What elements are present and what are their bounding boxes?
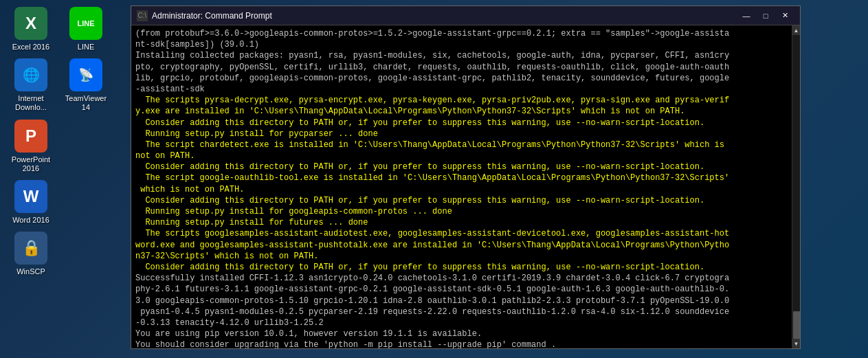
cmd-window-title: Administrator: Command Prompt [152, 11, 272, 21]
scrollbar-thumb[interactable] [793, 311, 800, 339]
idm-label: InternetDownlo... [15, 94, 47, 112]
scroll-down-arrow[interactable]: ▼ [792, 339, 801, 348]
scroll-up-arrow[interactable]: ▲ [792, 25, 801, 35]
scrollbar-track [792, 35, 800, 339]
idm-icon-item[interactable]: 🌐 InternetDownlo... [7, 58, 55, 112]
powerpoint-icon: P [14, 120, 47, 153]
idm-icon: 🌐 [14, 58, 47, 91]
cmd-output[interactable]: (from protobuf>=3.6.0->googleapis-common… [131, 25, 792, 348]
winscp-label: WinSCP [16, 267, 45, 276]
excel-label: Excel 2016 [12, 43, 49, 52]
cmd-content: (from protobuf>=3.6.0->googleapis-common… [131, 25, 800, 348]
cmd-output-text: (from protobuf>=3.6.0->googleapis-common… [135, 29, 729, 348]
line-icon-item[interactable]: LINE LINE [62, 7, 110, 52]
teamviewer-icon-item[interactable]: 📡 TeamViewer14 [62, 58, 110, 112]
word-icon-item[interactable]: W Word 2016 [7, 180, 55, 225]
powerpoint-label: PowerPoint2016 [12, 155, 50, 173]
close-button[interactable]: ✕ [775, 9, 794, 23]
line-icon: LINE [69, 7, 102, 40]
line-label: LINE [78, 43, 94, 52]
minimize-button[interactable]: — [737, 9, 756, 23]
teamviewer-icon: 📡 [69, 58, 102, 91]
powerpoint-icon-item[interactable]: P PowerPoint2016 [7, 120, 55, 173]
excel-icon: X [14, 7, 47, 40]
cmd-titlebar: C:\ Administrator: Command Prompt — □ ✕ [131, 6, 800, 25]
maximize-button[interactable]: □ [756, 9, 775, 23]
desktop-icon-area: X Excel 2016 LINE LINE 🌐 InternetDownlo.… [0, 0, 117, 283]
scrollbar[interactable]: ▲ ▼ [792, 25, 800, 348]
cmd-app-icon: C:\ [137, 10, 148, 21]
winscp-icon: 🔒 [14, 232, 47, 265]
winscp-icon-item[interactable]: 🔒 WinSCP [7, 232, 55, 276]
desktop: X Excel 2016 LINE LINE 🌐 InternetDownlo.… [0, 0, 868, 358]
word-icon: W [14, 180, 47, 213]
word-label: Word 2016 [12, 216, 49, 225]
cmd-window: C:\ Administrator: Command Prompt — □ ✕ … [131, 5, 801, 349]
excel-icon-item[interactable]: X Excel 2016 [7, 7, 55, 52]
window-controls: — □ ✕ [737, 9, 794, 23]
titlebar-left: C:\ Administrator: Command Prompt [137, 10, 272, 21]
teamviewer-label: TeamViewer14 [65, 94, 107, 112]
